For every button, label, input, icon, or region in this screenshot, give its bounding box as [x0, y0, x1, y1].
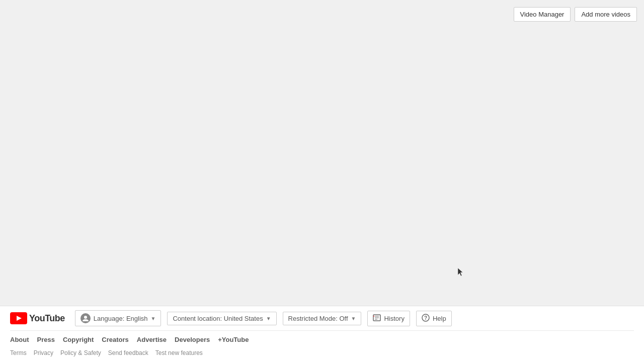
cursor-indicator — [458, 268, 464, 277]
footer-primary-links: About Press Copyright Creators Advertise… — [10, 331, 634, 347]
history-label: History — [384, 315, 404, 322]
footer-link-plus-youtube[interactable]: +YouTube — [218, 335, 249, 345]
youtube-logo-text: YouTube — [29, 313, 65, 324]
video-manager-button[interactable]: Video Manager — [514, 7, 571, 22]
footer-link-developers[interactable]: Developers — [175, 335, 210, 345]
footer-link-copyright[interactable]: Copyright — [63, 335, 94, 345]
footer-link-send-feedback[interactable]: Send feedback — [108, 348, 148, 358]
main-content: Video Manager Add more videos — [0, 0, 644, 283]
youtube-logo[interactable]: YouTube — [10, 312, 65, 324]
restricted-mode-dropdown-arrow: ▼ — [351, 316, 356, 321]
help-icon: ? — [422, 314, 430, 323]
footer-link-press[interactable]: Press — [37, 335, 55, 345]
language-selector[interactable]: Language: English ▼ — [75, 310, 162, 326]
content-location-selector[interactable]: Content location: United States ▼ — [167, 312, 276, 325]
add-more-videos-button[interactable]: Add more videos — [575, 7, 637, 22]
top-right-buttons: Video Manager Add more videos — [514, 7, 637, 22]
footer-top-bar: YouTube Language: English ▼ Content loca… — [10, 306, 634, 331]
history-button[interactable]: History — [367, 311, 410, 326]
language-label: Language: English — [94, 315, 148, 322]
footer-link-about[interactable]: About — [10, 335, 29, 345]
svg-point-2 — [84, 316, 87, 319]
restricted-mode-label: Restricted Mode: Off — [288, 315, 348, 322]
svg-text:?: ? — [424, 315, 427, 321]
help-button[interactable]: ? Help — [416, 311, 452, 326]
content-location-label: Content location: United States — [173, 315, 263, 322]
help-label: Help — [433, 315, 446, 322]
language-dropdown-arrow: ▼ — [151, 316, 156, 321]
footer-secondary-links: Terms Privacy Policy & Safety Send feedb… — [10, 347, 634, 362]
language-person-icon — [80, 313, 91, 323]
content-location-dropdown-arrow: ▼ — [266, 316, 271, 321]
footer-link-advertise[interactable]: Advertise — [137, 335, 167, 345]
footer-link-privacy[interactable]: Privacy — [34, 348, 53, 358]
history-icon — [373, 314, 381, 323]
footer-link-test-features[interactable]: Test new features — [155, 348, 203, 358]
footer-link-policy-safety[interactable]: Policy & Safety — [60, 348, 101, 358]
footer-link-creators[interactable]: Creators — [102, 335, 128, 345]
footer: YouTube Language: English ▼ Content loca… — [0, 306, 644, 362]
footer-link-terms[interactable]: Terms — [10, 348, 27, 358]
restricted-mode-selector[interactable]: Restricted Mode: Off ▼ — [283, 312, 362, 325]
